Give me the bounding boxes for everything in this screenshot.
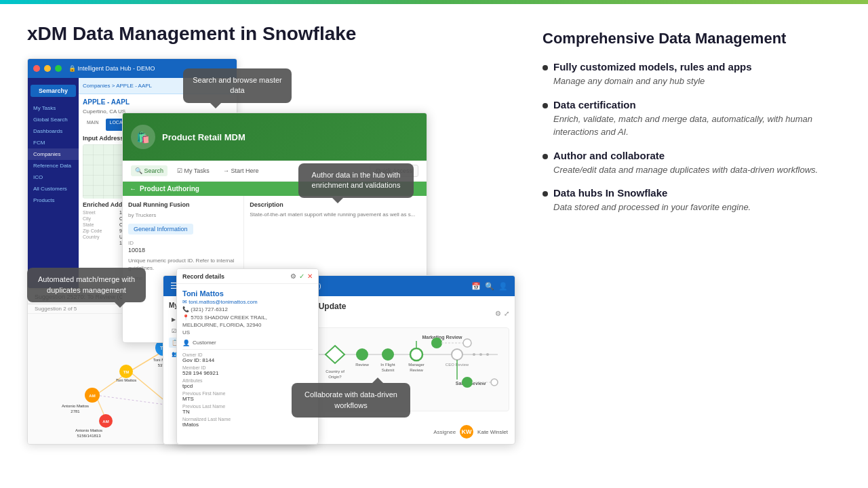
feature-4-desc: Data stored and processed in your favori…	[553, 201, 751, 214]
feature-1-desc: Manage any domain and any hub style	[553, 75, 752, 88]
feature-2-desc: Enrich, validate, match and merge data, …	[553, 113, 841, 139]
nav-ref-data[interactable]: Reference Data	[28, 160, 79, 171]
s4-icons: ⚙ ✓ ✕	[290, 272, 313, 280]
check-icon[interactable]: ✓	[299, 272, 304, 280]
user-icon[interactable]: 👤	[498, 282, 508, 291]
feature-author: Author and collaborate Create/edit data …	[542, 150, 841, 177]
svg-point-66	[491, 379, 498, 386]
left-panel: xDM Data Management in Snowflake 🔒 Intel…	[27, 23, 515, 474]
nav-customers[interactable]: All Customers	[28, 183, 79, 195]
tab-general[interactable]: General Information	[128, 224, 193, 235]
sem-sidebar: Semarchy My Tasks Global Search Dashboar…	[28, 78, 79, 288]
settings-icon[interactable]: ⚙	[290, 272, 296, 280]
record-details-title: Record details	[182, 273, 224, 280]
svg-point-49	[410, 348, 422, 361]
bullet-4	[542, 191, 548, 197]
svg-text:5156/141813: 5156/141813	[77, 434, 101, 438]
feature-2-content: Data certification Enrich, validate, mat…	[553, 99, 841, 139]
expand-icon[interactable]: ⤢	[504, 310, 509, 317]
s2-nav-start[interactable]: → Start Here	[219, 165, 263, 176]
svg-text:Marketing Review: Marketing Review	[422, 335, 462, 340]
nav-fcm[interactable]: FCM	[28, 137, 79, 148]
s2-title: Product Retail MDM	[162, 132, 245, 142]
member-id-field: Member ID 528 194 96921	[182, 365, 313, 376]
nav-my-tasks[interactable]: My Tasks	[28, 102, 79, 114]
svg-point-52	[452, 349, 462, 360]
calendar-icon[interactable]: 📅	[471, 282, 481, 291]
feature-4-content: Data hubs In Snowflake Data stored and p…	[553, 187, 751, 214]
nav-dashboards[interactable]: Dashboards	[28, 125, 79, 137]
feature-1-title: Fully customized models, rules and apps	[553, 61, 752, 73]
feature-certification: Data certification Enrich, validate, mat…	[542, 99, 841, 139]
tooltip-author-data: Author data in the hub with enrichment a…	[298, 163, 414, 198]
svg-point-56	[486, 353, 489, 356]
svg-text:AM: AM	[102, 420, 108, 424]
normalized-name-field: Normalized Last Name tMatos	[182, 417, 313, 428]
svg-text:AM: AM	[89, 394, 95, 398]
assignee-area: Assignee KW Kate Winslet	[433, 425, 508, 439]
right-title: Comprehensive Data Management	[542, 30, 841, 47]
screenshots-area: 🔒 Intelligent Data Hub - DEMO Semarchy M…	[27, 58, 515, 445]
role-label: Customer	[193, 340, 216, 346]
feature-models: Fully customized models, rules and apps …	[542, 61, 841, 88]
max-dot	[55, 65, 62, 72]
settings2-icon[interactable]: ⚙	[495, 310, 501, 317]
assignee-label: Assignee	[433, 429, 456, 435]
feature-3-desc: Create/edit data and manage duplicates w…	[553, 163, 818, 177]
svg-text:Review: Review	[355, 363, 369, 367]
bullet-2	[542, 103, 548, 108]
contact-address: 📍 5703 SHADOW CREEK TRAIL,MELBOURNE, FLO…	[182, 314, 313, 337]
svg-point-54	[473, 353, 475, 356]
feature-bullet-1: Fully customized models, rules and apps …	[542, 61, 841, 88]
feature-3-title: Author and collaborate	[553, 150, 818, 161]
svg-line-7	[96, 395, 170, 405]
breadcrumb-text: 🔒 Intelligent Data Hub - DEMO	[68, 65, 155, 72]
svg-text:In Flight: In Flight	[380, 363, 395, 367]
svg-text:Country of: Country of	[326, 369, 344, 373]
contact-name: Toni Mattos	[182, 289, 313, 298]
svg-point-44	[357, 349, 368, 360]
s2-nav-search[interactable]: 🔍 Search	[131, 165, 167, 176]
bullet-3	[542, 154, 548, 159]
nav-companies[interactable]: Companies	[28, 148, 79, 160]
feature-2-title: Data certification	[553, 99, 841, 110]
svg-point-64	[462, 378, 472, 387]
breadcrumb: Companies > APPLE - AAPL	[83, 83, 152, 89]
record-name: Dual Running Fusion	[128, 201, 238, 208]
svg-point-55	[479, 353, 482, 356]
feature-snowflake: Data hubs In Snowflake Data stored and p…	[542, 187, 841, 214]
nav-products[interactable]: Products	[28, 195, 79, 206]
owner-id-field: Owner ID Gov ID: 8144	[182, 352, 313, 363]
svg-point-59	[432, 338, 441, 348]
min-dot	[44, 65, 51, 72]
tab-main[interactable]: MAIN	[83, 119, 103, 131]
s2-nav-tasks[interactable]: ☑ My Tasks	[173, 165, 214, 176]
svg-text:Manager: Manager	[408, 363, 425, 367]
close-icon[interactable]: ✕	[307, 272, 313, 280]
right-panel: Comprehensive Data Management Fully cust…	[542, 23, 841, 474]
close-dot	[33, 65, 40, 72]
pa-header-label: Product Authoring	[140, 185, 199, 192]
field-id: ID 10018	[128, 240, 238, 253]
nav-global-search[interactable]: Global Search	[28, 114, 79, 125]
feature-bullet-3: Author and collaborate Create/edit data …	[542, 150, 841, 177]
tooltip-search-browse: Search and browse master data	[183, 68, 292, 103]
assignee-name: Kate Winslet	[477, 429, 508, 435]
nav-ico[interactable]: ICO	[28, 171, 79, 183]
page-title: xDM Data Management in Snowflake	[27, 23, 515, 45]
record-actions: ⚙ ⤢	[495, 310, 509, 317]
svg-text:Submit: Submit	[382, 368, 395, 372]
feature-bullet-2: Data certification Enrich, validate, mat…	[542, 99, 841, 139]
contact-email: ✉ toni.mattos@tonimattos.com	[182, 299, 313, 305]
tooltip-collaborate: Collaborate with data-driven workflows	[292, 383, 410, 418]
feature-1-content: Fully customized models, rules and apps …	[553, 61, 752, 88]
search-icon[interactable]: 🔍	[485, 282, 494, 291]
s2-logo: 🛍️	[131, 125, 155, 149]
pa-tabs: General Information	[128, 224, 238, 235]
sem-logo: Semarchy	[31, 85, 76, 97]
pa-back-arrow: ←	[130, 185, 136, 192]
role-row: 👤 Customer	[182, 340, 313, 346]
s2-header: 🛍️ Product Retail MDM	[123, 113, 427, 161]
feature-4-title: Data hubs In Snowflake	[553, 187, 751, 199]
svg-marker-41	[326, 346, 344, 363]
